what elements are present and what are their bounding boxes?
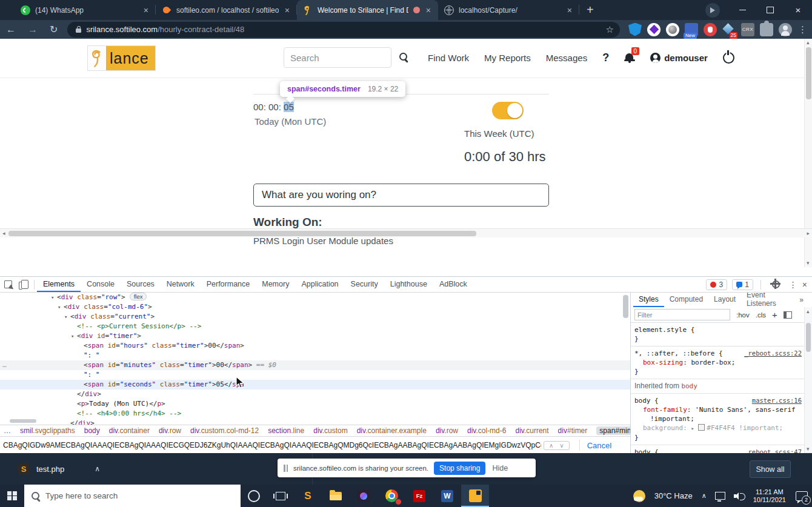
hand-blocker-extension-icon[interactable] bbox=[704, 23, 717, 36]
devtools-code-line[interactable]: <p>Today (Mon UTC)</p> bbox=[0, 399, 630, 409]
devtools-code-line[interactable]: </div> bbox=[0, 419, 630, 425]
taskbar-app-chrome-recording[interactable] bbox=[378, 485, 405, 507]
tray-overflow-chevron-icon[interactable]: ∧ bbox=[697, 485, 711, 507]
breadcrumb-item[interactable]: div.custom bbox=[313, 426, 347, 435]
forward-button[interactable]: → bbox=[22, 24, 44, 35]
scrollbar-thumb[interactable] bbox=[8, 231, 476, 236]
devtools-code-line[interactable]: …<span id="minutes" class="timer">00</sp… bbox=[0, 360, 630, 370]
devtools-code-line[interactable]: ": " bbox=[0, 370, 630, 380]
page-horizontal-scrollbar[interactable]: ◂ ▸ bbox=[0, 228, 812, 237]
devtools-tab-lighthouse[interactable]: Lighthouse bbox=[384, 277, 433, 292]
breadcrumb-item[interactable]: body bbox=[84, 426, 100, 435]
network-icon[interactable] bbox=[711, 485, 730, 507]
crx-extension-icon[interactable]: CRX bbox=[741, 23, 754, 36]
styles-tab-event-listeners[interactable]: Event Listeners bbox=[741, 293, 799, 307]
styles-tab-computed[interactable]: Computed bbox=[664, 293, 708, 307]
breadcrumb-item[interactable]: div.container.example bbox=[357, 426, 427, 435]
styles-filter-input[interactable] bbox=[634, 309, 730, 320]
search-icon[interactable] bbox=[399, 53, 407, 61]
shield-extension-icon[interactable] bbox=[628, 23, 642, 36]
styles-tabs-overflow-icon[interactable]: » bbox=[799, 296, 812, 304]
styles-tab-layout[interactable]: Layout bbox=[708, 293, 741, 307]
breadcrumb-item[interactable]: div.custom.col-md-12 bbox=[190, 426, 259, 435]
profile-avatar[interactable] bbox=[779, 23, 792, 36]
devtools-code-line[interactable]: ": " bbox=[0, 351, 630, 360]
site-search-input[interactable] bbox=[284, 47, 391, 68]
flex-badge[interactable]: flex bbox=[130, 293, 147, 300]
nav-item-find-work[interactable]: Find Work bbox=[428, 53, 469, 63]
scrollbar-thumb[interactable] bbox=[806, 47, 811, 99]
user-menu[interactable]: demouser bbox=[650, 53, 708, 63]
css-property[interactable]: background: ▸ #F4F4F4 !important; bbox=[634, 423, 802, 433]
taskbar-app-capture-tool[interactable] bbox=[461, 485, 489, 507]
download-menu-chevron-icon[interactable]: ∧ bbox=[95, 465, 100, 473]
css-rule[interactable]: body {_reboot.scss:47margin: ▸ 0;font-fa… bbox=[631, 445, 805, 454]
css-source-link[interactable]: _reboot.scss:22 bbox=[744, 349, 802, 358]
taskbar-app-file-explorer[interactable] bbox=[322, 485, 350, 507]
devtools-code-line[interactable]: <!-- <p>Current Session</p> --> bbox=[0, 322, 630, 331]
new-tab-button[interactable]: + bbox=[579, 0, 601, 20]
settings-gear-icon[interactable] bbox=[768, 277, 784, 292]
start-button[interactable] bbox=[0, 485, 24, 507]
breadcrumb-item[interactable]: smil.svgclippaths bbox=[20, 426, 75, 435]
devtools-tab-adblock[interactable]: AdBlock bbox=[433, 277, 473, 292]
breadcrumb-item[interactable]: div#timer bbox=[558, 426, 588, 435]
devtools-tab-network[interactable]: Network bbox=[161, 277, 201, 292]
devtools-close-icon[interactable]: × bbox=[802, 280, 807, 290]
dock-panel-icon[interactable] bbox=[784, 311, 792, 319]
elements-scrollbar[interactable] bbox=[623, 294, 628, 421]
device-toolbar-icon[interactable] bbox=[16, 277, 32, 292]
cortana-button[interactable] bbox=[241, 485, 267, 507]
bookmark-star-icon[interactable]: ☆ bbox=[606, 24, 614, 35]
devtools-tab-memory[interactable]: Memory bbox=[256, 277, 295, 292]
taskbar-app-filezilla[interactable]: Fz bbox=[405, 485, 433, 507]
timer-toggle[interactable] bbox=[492, 102, 524, 119]
tab-close-icon[interactable]: × bbox=[142, 6, 150, 15]
address-bar[interactable]: srilance.softileo.com/hourly-contract-de… bbox=[67, 22, 620, 38]
css-source-link[interactable]: master.css:16 bbox=[752, 396, 802, 405]
styles-scrollbar[interactable]: ▴ ▾ bbox=[804, 307, 812, 454]
css-property[interactable]: font-family: 'Nunito Sans', sans-serif bbox=[634, 405, 802, 414]
logout-power-icon[interactable] bbox=[723, 52, 734, 64]
media-controls-button[interactable] bbox=[705, 3, 720, 18]
find-query-text[interactable]: CBAgQIGDw9AMECBAgQIAAAQIECBAgQIAAAQIECGQ… bbox=[3, 441, 541, 449]
action-center-button[interactable]: 2 bbox=[791, 485, 812, 507]
devtools-code-line[interactable]: ▾<div class="current"> bbox=[0, 312, 630, 322]
taskbar-search[interactable]: Type here to search bbox=[24, 485, 241, 507]
clock[interactable]: 11:21 AM10/11/2021 bbox=[748, 485, 791, 507]
devtools-tab-elements[interactable]: Elements bbox=[37, 277, 81, 292]
close-window-button[interactable]: × bbox=[784, 0, 812, 20]
breadcrumb-item[interactable]: div.current bbox=[515, 426, 548, 435]
devtools-code-line[interactable]: <!-- <h4>0:00 hrs</h4> --> bbox=[0, 409, 630, 419]
reload-button[interactable]: ↻ bbox=[44, 24, 64, 35]
tab-close-icon[interactable]: × bbox=[284, 6, 291, 15]
browser-menu-icon[interactable]: ⋮ bbox=[798, 24, 812, 35]
stop-sharing-button[interactable]: Stop sharing bbox=[434, 462, 485, 475]
new-style-rule-icon[interactable]: + bbox=[772, 310, 777, 320]
devtools-tab-sources[interactable]: Sources bbox=[121, 277, 161, 292]
breadcrumb-item[interactable]: span#minutes.timer bbox=[596, 426, 630, 435]
download-item[interactable]: S test.php ∧ bbox=[18, 459, 100, 479]
devtools-code-line[interactable]: ▾<div class="col-md-6"> bbox=[0, 302, 630, 312]
devtools-tab-application[interactable]: Application bbox=[295, 277, 344, 292]
diamond-extension-icon[interactable] bbox=[647, 23, 661, 36]
weather-text[interactable]: 30°C Haze bbox=[650, 491, 697, 500]
show-all-downloads-button[interactable]: Show all bbox=[750, 460, 791, 478]
tab-close-icon[interactable]: × bbox=[425, 6, 432, 15]
working-on-input[interactable] bbox=[253, 184, 549, 207]
devtools-menu-icon[interactable]: ⋮ bbox=[789, 280, 797, 290]
breadcrumb-item[interactable]: div.row bbox=[436, 426, 458, 435]
weather-icon[interactable] bbox=[629, 485, 650, 507]
css-property[interactable]: box-sizing: border-box; bbox=[634, 358, 802, 367]
breadcrumb-item[interactable]: div.col-md-6 bbox=[467, 426, 506, 435]
devtools-code-line[interactable]: <span id="seconds" class="timer">05</spa bbox=[0, 380, 630, 389]
devtools-code-line[interactable]: <span id="hours" class="timer">00</span> bbox=[0, 341, 630, 351]
devtools-tab-performance[interactable]: Performance bbox=[201, 277, 256, 292]
find-nav-buttons[interactable]: ∧∨ bbox=[544, 441, 570, 450]
devtools-tab-console[interactable]: Console bbox=[81, 277, 121, 292]
devtools-tab-security[interactable]: Security bbox=[345, 277, 384, 292]
tab-close-icon[interactable]: × bbox=[566, 6, 573, 15]
css-rule[interactable]: *, ::after, ::before {_reboot.scss:22box… bbox=[631, 346, 805, 379]
color-swatch[interactable] bbox=[698, 424, 705, 431]
browser-tab[interactable]: (14) WhatsApp× bbox=[15, 0, 156, 20]
